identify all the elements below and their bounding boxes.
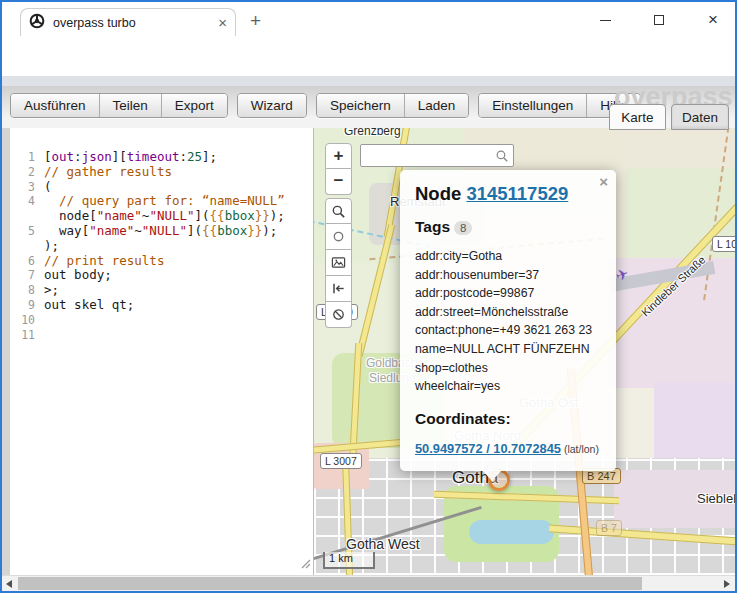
line-number: 7 <box>10 268 44 283</box>
load-button[interactable]: Laden <box>404 94 469 117</box>
window-close-button[interactable]: × <box>698 10 728 30</box>
new-tab-button[interactable]: + <box>250 10 261 32</box>
editor-row[interactable]: 6// print results <box>10 254 313 269</box>
tags-label: Tags <box>415 218 450 235</box>
popup-tip <box>482 470 502 481</box>
map-scale: 1 km <box>323 552 375 569</box>
popup-close-icon[interactable]: × <box>599 173 608 190</box>
map-tool-stack <box>325 198 352 328</box>
export-button[interactable]: Export <box>161 94 227 117</box>
editor-row[interactable]: 1[out:json][timeout:25]; <box>10 150 313 165</box>
tab-karte[interactable]: Karte <box>609 104 666 130</box>
export-image-button[interactable] <box>325 250 352 276</box>
editor-resize-handle[interactable] <box>300 555 311 573</box>
window-minimize-button[interactable] <box>590 10 620 30</box>
tag-line: addr:city=Gotha <box>415 247 601 266</box>
tag-line: addr:postcode=99867 <box>415 284 601 303</box>
editor-row[interactable]: 3( <box>10 180 313 195</box>
toolbar-group-run: AusführenTeilenExport <box>10 93 228 118</box>
coordinates-suffix: (lat/lon) <box>564 443 599 455</box>
tags-count-badge: 8 <box>454 221 472 235</box>
road-badge-l3007: L 3007 <box>320 453 362 469</box>
code-line: out body; <box>44 268 112 283</box>
line-number: 10 <box>10 313 44 328</box>
disable-button[interactable] <box>325 302 352 328</box>
favicon-overpass-turbo-icon <box>29 13 45 33</box>
run-button[interactable]: Ausführen <box>11 94 99 117</box>
line-number: 11 <box>10 328 44 343</box>
code-line: // query part for: “name=NULL” <box>44 194 285 209</box>
goto-position-button[interactable] <box>325 276 352 302</box>
popup-coordinates-line: 50.9497572 / 10.7072845(lat/lon) <box>415 441 601 456</box>
zoom-to-data-button[interactable] <box>325 198 352 224</box>
code-line: node["name"~"NULL"]({{bbox}}); <box>44 209 285 224</box>
code-line: // print results <box>44 254 164 269</box>
editor-row[interactable]: 10 <box>10 313 313 328</box>
code-line: way["name"~"NULL"]({{bbox}}); <box>44 224 277 239</box>
coordinates-link[interactable]: 50.9497572 / 10.7072845 <box>415 441 561 456</box>
line-number: 5 <box>10 224 44 239</box>
settings-button[interactable]: Einstellungen <box>479 94 586 117</box>
horizontal-scrollbar[interactable] <box>2 575 735 591</box>
minimize-icon <box>600 20 611 21</box>
tab-close-icon[interactable]: × <box>218 15 227 30</box>
locate-button[interactable] <box>325 224 352 250</box>
wizard-button[interactable]: Wizard <box>238 94 306 117</box>
tag-line: addr:housenumber=37 <box>415 266 601 285</box>
editor-row[interactable]: ); <box>10 239 313 254</box>
line-number: 4 <box>10 194 44 209</box>
scroll-left-arrow-icon[interactable] <box>6 580 12 588</box>
save-button[interactable]: Speichern <box>317 94 404 117</box>
titlebar[interactable]: overpass turbo × + × <box>2 2 735 36</box>
editor-row[interactable]: 7out body; <box>10 268 313 283</box>
map-search-input[interactable] <box>360 144 514 167</box>
map-area-water <box>469 520 554 544</box>
road-badge-l10: L 10 <box>712 236 735 252</box>
line-number: 1 <box>10 150 44 165</box>
editor-row[interactable]: 5 way["name"~"NULL"]({{bbox}}); <box>10 224 313 239</box>
editor-row[interactable]: 11 <box>10 328 313 343</box>
share-button[interactable]: Teilen <box>99 94 161 117</box>
browser-window: overpass turbo × + × ← → Nicht sicher | … <box>0 0 737 593</box>
tag-line: contact:phone=+49 3621 263 23 <box>415 321 601 340</box>
zoom-out-button[interactable]: − <box>325 169 352 195</box>
editor-row[interactable]: node["name"~"NULL"]({{bbox}}); <box>10 209 313 224</box>
popup-title: Node 3145117529 <box>415 183 601 205</box>
tag-line: name=NULL ACHT FÜNFZEHN <box>415 340 601 359</box>
line-number: 6 <box>10 254 44 269</box>
code-line: [out:json][timeout:25]; <box>44 150 217 165</box>
map[interactable]: ✈ Grenzberg Remstädt Goldbacher Siedlung… <box>313 128 735 575</box>
tag-line: shop=clothes <box>415 359 601 378</box>
toolbar-group-save: SpeichernLaden <box>316 93 469 118</box>
code-editor[interactable]: 1[out:json][timeout:25];2// gather resul… <box>10 128 313 575</box>
line-number: 9 <box>10 298 44 313</box>
popup-tags-header: Tags8 <box>415 218 601 236</box>
zoom-in-button[interactable]: + <box>325 143 352 169</box>
tab-daten[interactable]: Daten <box>671 104 729 130</box>
map-label-siebleben: Siebleb <box>697 491 735 506</box>
line-number <box>10 209 44 224</box>
node-popup: × Node 3145117529 Tags8 addr:city=Gothaa… <box>400 170 616 471</box>
code-line: out skel qt; <box>44 298 134 313</box>
map-label-gotha-west: Gotha West <box>346 536 420 552</box>
line-number: 2 <box>10 165 44 180</box>
editor-rows: 1[out:json][timeout:25];2// gather resul… <box>10 128 313 342</box>
popup-node-id-link[interactable]: 3145117529 <box>466 183 568 204</box>
code-line: ( <box>44 180 52 195</box>
scroll-right-arrow-icon[interactable] <box>724 580 730 588</box>
browser-tab[interactable]: overpass turbo × <box>20 8 236 36</box>
editor-row[interactable]: 9out skel qt; <box>10 298 313 313</box>
line-number <box>10 239 44 254</box>
popup-tag-list: addr:city=Gothaaddr:housenumber=37addr:p… <box>415 247 601 396</box>
tab-title: overpass turbo <box>53 16 218 30</box>
editor-row[interactable]: 2// gather results <box>10 165 313 180</box>
toolbar-group-wizard: Wizard <box>237 93 307 118</box>
editor-row[interactable]: 8>; <box>10 283 313 298</box>
window-maximize-button[interactable] <box>644 10 674 30</box>
scrollbar-thumb[interactable] <box>18 577 642 590</box>
popup-node-type: Node <box>415 183 461 204</box>
search-icon <box>495 149 509 163</box>
editor-row[interactable]: 4 // query part for: “name=NULL” <box>10 194 313 209</box>
road-badge-b7: B 7 <box>596 520 622 536</box>
code-line: ); <box>44 239 59 254</box>
